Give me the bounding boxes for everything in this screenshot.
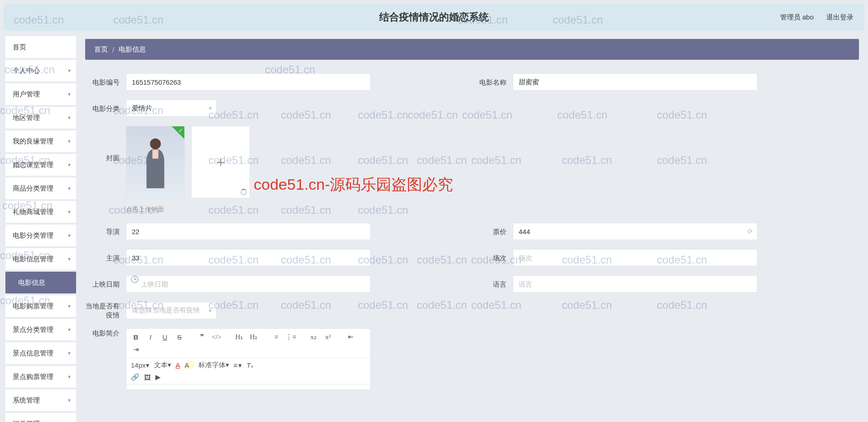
- font-size-select[interactable]: 14px▾: [131, 361, 149, 369]
- chevron-down-icon: ▾: [68, 138, 71, 144]
- chevron-down-icon: ▾: [68, 91, 71, 97]
- sidebar-item-9[interactable]: 电影信息管理▾: [5, 248, 76, 270]
- sidebar-item-label: 电影购票管理: [13, 302, 53, 311]
- sidebar-item-label: 首页: [13, 43, 26, 52]
- chevron-down-icon: ▾: [209, 105, 212, 111]
- language-input[interactable]: [513, 275, 757, 293]
- superscript-icon[interactable]: x²: [323, 331, 333, 342]
- sidebar-item-label: 婚恋课堂管理: [13, 161, 53, 169]
- intro-label: 电影简介: [85, 328, 126, 338]
- sidebar-item-6[interactable]: 商品分类管理▾: [5, 177, 76, 199]
- person-silhouette-icon: [140, 135, 171, 189]
- logout-link[interactable]: 退出登录: [826, 13, 854, 22]
- quote-icon[interactable]: ❞: [197, 331, 207, 342]
- sidebar-item-3[interactable]: 地区管理▾: [5, 107, 76, 129]
- ol-icon[interactable]: ≡: [271, 331, 281, 342]
- rich-editor[interactable]: B I U S ❞ </> H₁ H₂ ≡ ⋮≡: [126, 328, 371, 390]
- epidemic-label: 当地是否有疫情: [85, 302, 126, 319]
- cover-upload-slot[interactable]: ＋: [191, 126, 250, 198]
- session-label: 场次: [472, 253, 513, 263]
- check-icon: [172, 126, 184, 139]
- chevron-down-icon: ▾: [68, 209, 71, 215]
- underline-icon[interactable]: U: [160, 331, 170, 342]
- director-label: 导演: [85, 227, 126, 236]
- sidebar-item-label: 个人中心: [13, 67, 40, 75]
- session-input[interactable]: [513, 249, 757, 266]
- price-input[interactable]: [513, 223, 757, 240]
- sidebar-item-0[interactable]: 首页: [5, 36, 76, 58]
- director-input[interactable]: [126, 223, 371, 240]
- sidebar-item-10[interactable]: 电影信息: [5, 272, 76, 293]
- sidebar-item-label: 景点信息管理: [13, 349, 53, 358]
- sidebar-item-label: 系统管理: [13, 396, 40, 405]
- app-title: 结合疫情情况的婚恋系统: [379, 10, 489, 24]
- sidebar-item-14[interactable]: 景点购票管理▾: [5, 366, 76, 388]
- image-icon[interactable]: 🖼: [144, 374, 151, 381]
- svg-rect-1: [152, 150, 158, 159]
- cover-label: 封面: [85, 126, 126, 163]
- user-label[interactable]: 管理员 abo: [780, 13, 814, 22]
- svg-point-0: [150, 139, 161, 149]
- chevron-down-icon: ▾: [68, 303, 71, 309]
- chevron-down-icon: ▾: [209, 307, 212, 314]
- h2-icon[interactable]: H₂: [249, 331, 259, 342]
- editor-toolbar: B I U S ❞ </> H₁ H₂ ≡ ⋮≡: [126, 328, 371, 358]
- bold-icon[interactable]: B: [131, 331, 141, 342]
- sidebar-item-label: 订单管理: [13, 420, 40, 422]
- cover-thumbnail[interactable]: [126, 126, 185, 198]
- bg-color-icon[interactable]: A: [185, 361, 194, 369]
- editor-toolbar-2: 14px▾ 文本▾ A A 标准字体▾ ≡▾ Tₓ 🔗 🖼 ▶: [126, 358, 371, 384]
- chevron-down-icon: ▾: [68, 67, 71, 74]
- sidebar-item-2[interactable]: 用户管理▾: [5, 83, 76, 105]
- align-icon[interactable]: ≡▾: [234, 361, 242, 369]
- sidebar-item-5[interactable]: 婚恋课堂管理▾: [5, 154, 76, 176]
- sidebar-item-16[interactable]: 订单管理▾: [5, 413, 76, 422]
- chevron-down-icon: ▾: [68, 232, 71, 239]
- breadcrumb-home[interactable]: 首页: [94, 45, 108, 54]
- sidebar-item-15[interactable]: 系统管理▾: [5, 389, 76, 411]
- movie-cat-select[interactable]: 爱情片 ▾: [126, 100, 217, 117]
- sidebar-item-7[interactable]: 礼物商城管理▾: [5, 201, 76, 223]
- code-icon[interactable]: </>: [212, 331, 222, 342]
- chevron-down-icon: ▾: [68, 350, 71, 356]
- sidebar-item-4[interactable]: 我的良缘管理▾: [5, 130, 76, 152]
- sidebar-item-1[interactable]: 个人中心▾: [5, 60, 76, 82]
- sidebar-item-13[interactable]: 景点信息管理▾: [5, 342, 76, 364]
- price-label: 票价: [472, 227, 513, 236]
- sidebar-item-12[interactable]: 景点分类管理▾: [5, 319, 76, 340]
- block-select[interactable]: 文本▾: [154, 361, 171, 369]
- number-stepper-icon[interactable]: ⟳: [747, 228, 753, 235]
- sidebar-item-8[interactable]: 电影分类管理▾: [5, 225, 76, 246]
- movie-name-input[interactable]: [513, 73, 757, 91]
- italic-icon[interactable]: I: [145, 331, 155, 342]
- breadcrumb-sep: /: [112, 46, 114, 53]
- sidebar-item-label: 商品分类管理: [13, 184, 53, 193]
- editor-body[interactable]: [126, 384, 371, 390]
- text-color-icon[interactable]: A: [176, 361, 180, 369]
- sidebar-item-11[interactable]: 电影购票管理▾: [5, 295, 76, 317]
- sidebar-item-label: 用户管理: [13, 90, 40, 99]
- sidebar-item-label: 电影分类管理: [13, 231, 53, 240]
- link-icon[interactable]: 🔗: [131, 373, 140, 381]
- subscript-icon[interactable]: x₂: [309, 331, 318, 342]
- sidebar-item-label: 地区管理: [13, 114, 40, 122]
- clear-format-icon[interactable]: Tₓ: [246, 361, 254, 369]
- font-family-select[interactable]: 标准字体▾: [198, 361, 229, 369]
- loading-icon: [241, 189, 247, 195]
- ul-icon[interactable]: ⋮≡: [286, 331, 296, 342]
- h1-icon[interactable]: H₁: [234, 331, 244, 342]
- sidebar-item-label: 礼物商城管理: [13, 208, 53, 216]
- sidebar-item-label: 景点分类管理: [13, 326, 53, 334]
- sidebar-item-label: 电影信息: [18, 278, 45, 287]
- epidemic-select[interactable]: 请选择当地是否有疫情 ▾: [126, 302, 217, 319]
- indent-icon[interactable]: ⇥: [131, 344, 141, 355]
- plus-icon: ＋: [213, 152, 228, 172]
- outdent-icon[interactable]: ⇤: [346, 331, 356, 342]
- sidebar: 首页个人中心▾用户管理▾地区管理▾我的良缘管理▾婚恋课堂管理▾商品分类管理▾礼物…: [0, 31, 82, 422]
- strike-icon[interactable]: S: [174, 331, 184, 342]
- lead-input[interactable]: [126, 249, 371, 266]
- video-icon[interactable]: ▶: [155, 373, 161, 381]
- sidebar-item-label: 我的良缘管理: [13, 137, 53, 146]
- release-date-input[interactable]: [126, 275, 371, 293]
- movie-id-input[interactable]: [126, 73, 371, 91]
